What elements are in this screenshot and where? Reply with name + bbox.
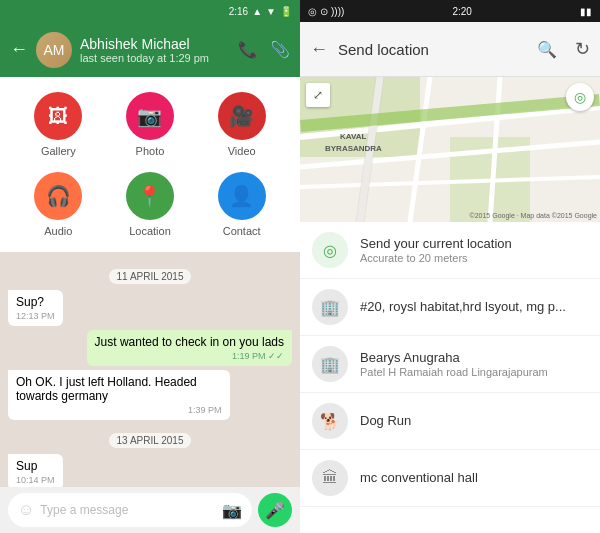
- contact-icon: 👤: [218, 172, 266, 220]
- location-icon: ◎: [308, 6, 317, 17]
- location-item-2[interactable]: 🏢 Bearys Anugraha Patel H Ramaiah road L…: [300, 336, 600, 393]
- location-refresh-icon[interactable]: ↻: [575, 38, 590, 60]
- status-bar-right: ◎ ⊙ )))) 2:20 ▮▮: [300, 0, 600, 22]
- gallery-label: Gallery: [41, 145, 76, 157]
- location-name-2: Bearys Anugraha: [360, 350, 588, 365]
- attach-location[interactable]: 📍 Location: [126, 172, 174, 237]
- chat-back-button[interactable]: ←: [10, 39, 28, 60]
- chat-panel: ← AM Abhishek Michael last seen today at…: [0, 22, 300, 533]
- attach-contact[interactable]: 👤 Contact: [218, 172, 266, 237]
- wifi-icon: ▼: [266, 6, 276, 17]
- location-item-3[interactable]: 🐕 Dog Run: [300, 393, 600, 450]
- msg-time-1: 12:13 PM: [16, 311, 55, 321]
- attachment-menu: 🖼 Gallery 📷 Photo 🎥 Video 🎧 Audio 📍 Loca…: [0, 77, 300, 252]
- status-icons-right: ◎ ⊙ )))): [308, 6, 344, 17]
- contact-status: last seen today at 1:29 pm: [80, 52, 230, 64]
- header-action-icons: 📞 📎: [238, 40, 290, 59]
- map-location-button[interactable]: ◎: [566, 83, 594, 111]
- map-background: KAVAL BYRASANDRA ©2015 Google · Map data…: [300, 77, 600, 222]
- emoji-icon[interactable]: ☺: [18, 501, 34, 519]
- attach-photo[interactable]: 📷 Photo: [126, 92, 174, 157]
- map-expand-button[interactable]: ⤢: [306, 83, 330, 107]
- place-icon-2: 🏢: [312, 346, 348, 382]
- message-row-2: Just wanted to check in on you lads 1:19…: [8, 330, 292, 370]
- dog-icon: 🐕: [312, 403, 348, 439]
- location-header: ← Send location 🔍 ↻: [300, 22, 600, 77]
- svg-text:BYRASANDRA: BYRASANDRA: [325, 144, 382, 153]
- current-location-sub: Accurate to 20 meters: [360, 252, 588, 264]
- current-location-name: Send your current location: [360, 236, 588, 251]
- battery-icon: 🔋: [280, 6, 292, 17]
- current-location-icon: ◎: [312, 232, 348, 268]
- contact-label: Contact: [223, 225, 261, 237]
- attach-audio[interactable]: 🎧 Audio: [34, 172, 82, 237]
- chat-header: ← AM Abhishek Michael last seen today at…: [0, 22, 300, 77]
- double-check-icon: ✓✓: [268, 351, 284, 361]
- mic-button[interactable]: 🎤: [258, 493, 292, 527]
- location-info-3: Dog Run: [360, 413, 588, 429]
- location-sub-2: Patel H Ramaiah road Lingarajapuram: [360, 366, 588, 378]
- location-back-button[interactable]: ←: [310, 39, 328, 60]
- location-search-icon[interactable]: 🔍: [537, 40, 557, 59]
- message-received-1: Sup? 12:13 PM: [8, 290, 63, 326]
- alarm-icon: ⊙: [320, 6, 328, 17]
- message-placeholder: Type a message: [40, 503, 216, 517]
- battery-icon-right: ▮▮: [580, 6, 592, 17]
- message-received-2: Oh OK. I just left Holland. Headed towar…: [8, 370, 230, 420]
- msg-time-3: 1:39 PM: [16, 405, 222, 415]
- msg-time-4: 10:14 PM: [16, 475, 55, 485]
- gallery-icon: 🖼: [34, 92, 82, 140]
- location-name-3: Dog Run: [360, 413, 588, 428]
- location-label: Location: [129, 225, 171, 237]
- location-item-1[interactable]: 🏢 #20, roysl habitat,hrd lsyout, mg p...: [300, 279, 600, 336]
- location-name-1: #20, roysl habitat,hrd lsyout, mg p...: [360, 299, 588, 314]
- location-info-2: Bearys Anugraha Patel H Ramaiah road Lin…: [360, 350, 588, 378]
- status-bar-left: 2:16 ▲ ▼ 🔋: [0, 0, 300, 22]
- map-copyright: ©2015 Google · Map data ©2015 Google: [470, 212, 597, 219]
- chat-messages: 11 APRIL 2015 Sup? 12:13 PM Just wanted …: [0, 252, 300, 487]
- svg-text:KAVAL: KAVAL: [340, 132, 366, 141]
- message-received-3: Sup 10:14 PM: [8, 454, 63, 487]
- attach-gallery[interactable]: 🖼 Gallery: [34, 92, 82, 157]
- status-time-right: 2:20: [452, 6, 471, 17]
- main-content: ← AM Abhishek Michael last seen today at…: [0, 22, 600, 533]
- location-info-1: #20, roysl habitat,hrd lsyout, mg p...: [360, 299, 588, 315]
- contact-avatar: AM: [36, 32, 72, 68]
- status-bars: 2:16 ▲ ▼ 🔋 ◎ ⊙ )))) 2:20 ▮▮: [0, 0, 600, 22]
- location-item-4[interactable]: 🏛 mc conventional hall: [300, 450, 600, 507]
- status-time-left: 2:16: [229, 6, 248, 17]
- location-name-4: mc conventional hall: [360, 470, 588, 485]
- message-row-3: Oh OK. I just left Holland. Headed towar…: [8, 370, 292, 424]
- place-icon-1: 🏢: [312, 289, 348, 325]
- message-row-4: Sup 10:14 PM: [8, 454, 292, 487]
- hall-icon: 🏛: [312, 460, 348, 496]
- phone-icon[interactable]: 📞: [238, 40, 258, 59]
- attach-icon[interactable]: 📎: [270, 40, 290, 59]
- msg-time-2: 1:19 PM ✓✓: [95, 351, 284, 361]
- wifi-icon-right: )))): [331, 6, 344, 17]
- message-sent-1: Just wanted to check in on you lads 1:19…: [87, 330, 292, 366]
- current-location-info: Send your current location Accurate to 2…: [360, 236, 588, 264]
- photo-icon: 📷: [126, 92, 174, 140]
- chat-input-bar: ☺ Type a message 📷 🎤: [0, 487, 300, 533]
- audio-label: Audio: [44, 225, 72, 237]
- date-divider-2: 13 APRIL 2015: [8, 430, 292, 448]
- camera-icon[interactable]: 📷: [222, 501, 242, 520]
- location-panel: ← Send location 🔍 ↻: [300, 22, 600, 533]
- location-attach-icon: 📍: [126, 172, 174, 220]
- attach-video[interactable]: 🎥 Video: [218, 92, 266, 157]
- map-area[interactable]: KAVAL BYRASANDRA ©2015 Google · Map data…: [300, 77, 600, 222]
- contact-name: Abhishek Michael: [80, 36, 230, 52]
- video-icon: 🎥: [218, 92, 266, 140]
- map-svg: KAVAL BYRASANDRA: [300, 77, 600, 222]
- location-title: Send location: [338, 41, 527, 58]
- location-info-4: mc conventional hall: [360, 470, 588, 486]
- date-divider-1: 11 APRIL 2015: [8, 266, 292, 284]
- audio-icon: 🎧: [34, 172, 82, 220]
- video-label: Video: [228, 145, 256, 157]
- message-row-1: Sup? 12:13 PM: [8, 290, 292, 330]
- contact-info: Abhishek Michael last seen today at 1:29…: [80, 36, 230, 64]
- message-input-box: ☺ Type a message 📷: [8, 493, 252, 527]
- signal-icon: ▲: [252, 6, 262, 17]
- location-item-current[interactable]: ◎ Send your current location Accurate to…: [300, 222, 600, 279]
